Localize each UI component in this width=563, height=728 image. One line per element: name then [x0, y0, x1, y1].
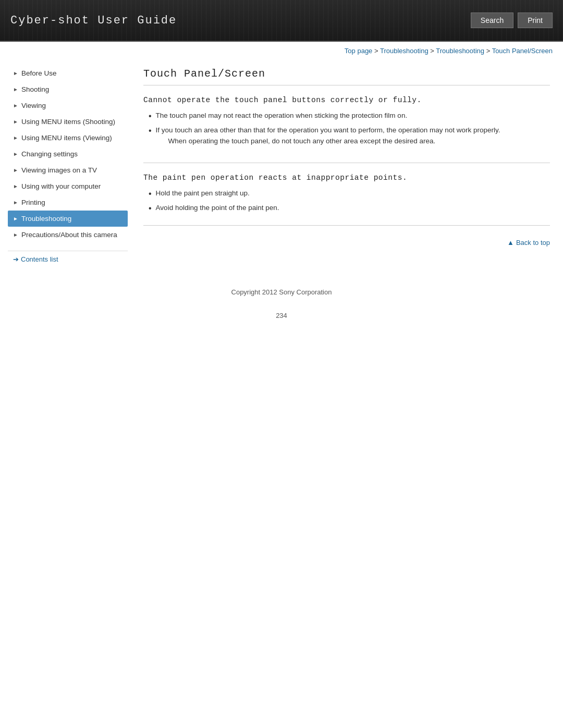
back-to-top-row: ▲ Back to top: [143, 236, 550, 246]
arrow-right-icon: ➔: [13, 255, 19, 263]
section-paint-pen: The paint pen operation reacts at inappr…: [143, 174, 550, 226]
sidebar-item-changing-settings[interactable]: ► Changing settings: [8, 146, 128, 162]
list-item: • Avoid holding the point of the paint p…: [149, 203, 550, 213]
contents-list-label: Contents list: [21, 255, 58, 263]
main-layout: ► Before Use ► Shooting ► Viewing ► Usin…: [0, 60, 563, 273]
bullet-list-1: • The touch panel may not react the oper…: [149, 110, 550, 151]
sidebar-item-shooting[interactable]: ► Shooting: [8, 81, 128, 97]
site-header: Cyber-shot User Guide Search Print: [0, 0, 563, 42]
chevron-right-icon: ►: [13, 232, 18, 238]
page-title: Touch Panel/Screen: [143, 68, 550, 85]
main-content: Touch Panel/Screen Cannot operate the to…: [138, 65, 555, 267]
sidebar-item-before-use[interactable]: ► Before Use: [8, 65, 128, 81]
search-button[interactable]: Search: [471, 13, 513, 28]
breadcrumb-separator-1: >: [374, 47, 380, 55]
sidebar-item-label: Changing settings: [21, 150, 78, 158]
bullet-icon: •: [149, 111, 152, 121]
header-buttons: Search Print: [471, 13, 553, 28]
sidebar-item-label: Shooting: [21, 85, 49, 93]
breadcrumb-link-top[interactable]: Top page: [345, 47, 373, 55]
bullet-text: Hold the paint pen straight up.: [156, 188, 250, 199]
sidebar-item-precautions[interactable]: ► Precautions/About this camera: [8, 227, 128, 243]
section-heading-1: Cannot operate the touch panel buttons c…: [143, 96, 550, 104]
chevron-right-icon: ►: [13, 200, 18, 205]
breadcrumb-separator-2: >: [430, 47, 436, 55]
breadcrumb: Top page > Troubleshooting > Troubleshoo…: [0, 42, 563, 60]
sidebar-footer: ➔ Contents list: [8, 251, 128, 267]
sidebar-item-label: Before Use: [21, 69, 57, 77]
list-item: • Hold the paint pen straight up.: [149, 188, 550, 199]
chevron-right-icon: ►: [13, 70, 18, 76]
sidebar-item-label: Printing: [21, 199, 45, 206]
bullet-text: Avoid holding the point of the paint pen…: [156, 203, 279, 213]
chevron-right-icon: ►: [13, 167, 18, 173]
sidebar-item-viewing[interactable]: ► Viewing: [8, 97, 128, 114]
bullet-text: If you touch an area other than that for…: [156, 126, 500, 134]
bullet-content: If you touch an area other than that for…: [156, 125, 500, 151]
sidebar-item-label: Viewing images on a TV: [21, 166, 97, 174]
breadcrumb-separator-3: >: [486, 47, 492, 55]
chevron-right-icon: ►: [13, 151, 18, 157]
sub-text: When operating the touch panel, do not t…: [168, 136, 500, 146]
chevron-right-icon: ►: [13, 216, 18, 221]
bullet-list-2: • Hold the paint pen straight up. • Avoi…: [149, 188, 550, 214]
sidebar-item-label: Viewing: [21, 102, 46, 109]
bullet-icon: •: [149, 203, 152, 213]
copyright-text: Copyright 2012 Sony Corporation: [0, 288, 563, 296]
bullet-icon: •: [149, 126, 152, 135]
chevron-right-icon: ►: [13, 135, 18, 141]
page-number: 234: [0, 306, 563, 325]
section-cannot-operate: Cannot operate the touch panel buttons c…: [143, 96, 550, 163]
sidebar-item-computer[interactable]: ► Using with your computer: [8, 178, 128, 194]
section-heading-2: The paint pen operation reacts at inappr…: [143, 174, 550, 182]
site-footer: Copyright 2012 Sony Corporation: [0, 273, 563, 306]
chevron-right-icon: ►: [13, 103, 18, 108]
back-to-top-link[interactable]: ▲ Back to top: [507, 239, 550, 246]
sidebar-item-label: Using MENU items (Viewing): [21, 134, 112, 142]
sidebar-item-label: Using with your computer: [21, 182, 101, 190]
sidebar-item-menu-viewing[interactable]: ► Using MENU items (Viewing): [8, 130, 128, 146]
sidebar-item-viewing-tv[interactable]: ► Viewing images on a TV: [8, 162, 128, 178]
sidebar: ► Before Use ► Shooting ► Viewing ► Usin…: [8, 65, 128, 267]
breadcrumb-link-touch-panel[interactable]: Touch Panel/Screen: [492, 47, 553, 55]
chevron-right-icon: ►: [13, 119, 18, 125]
sidebar-item-troubleshooting[interactable]: ► Troubleshooting: [8, 211, 128, 227]
print-button[interactable]: Print: [518, 13, 553, 28]
chevron-right-icon: ►: [13, 183, 18, 189]
breadcrumb-link-troubleshooting2[interactable]: Troubleshooting: [436, 47, 484, 55]
sidebar-item-label: Troubleshooting: [21, 215, 71, 223]
contents-list-link[interactable]: ➔ Contents list: [13, 255, 123, 263]
breadcrumb-link-troubleshooting1[interactable]: Troubleshooting: [380, 47, 429, 55]
bullet-icon: •: [149, 189, 152, 199]
chevron-right-icon: ►: [13, 87, 18, 92]
list-item: • The touch panel may not react the oper…: [149, 110, 550, 121]
triangle-up-icon: ▲: [507, 239, 514, 246]
site-title: Cyber-shot User Guide: [10, 14, 177, 27]
sidebar-item-menu-shooting[interactable]: ► Using MENU items (Shooting): [8, 114, 128, 130]
bullet-text: The touch panel may not react the operat…: [156, 110, 408, 121]
sidebar-item-printing[interactable]: ► Printing: [8, 194, 128, 211]
list-item: • If you touch an area other than that f…: [149, 125, 550, 151]
sidebar-item-label: Precautions/About this camera: [21, 231, 117, 239]
back-to-top-label: Back to top: [516, 239, 550, 246]
sidebar-item-label: Using MENU items (Shooting): [21, 118, 115, 126]
